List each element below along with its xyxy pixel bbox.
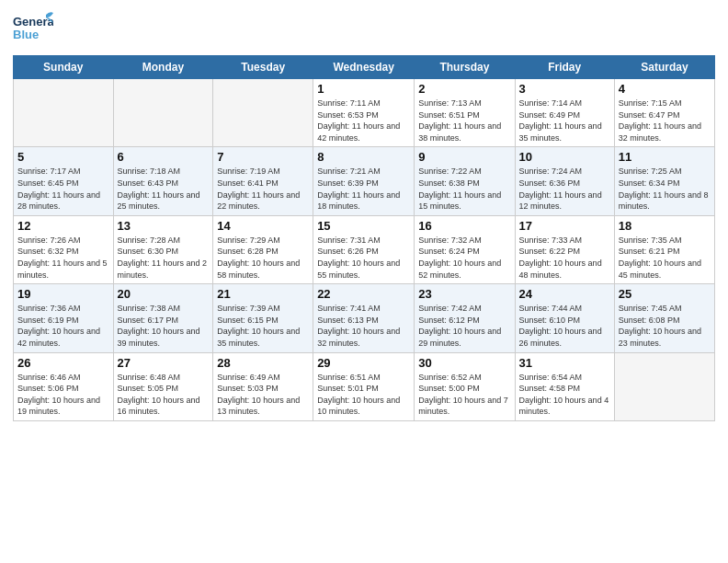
calendar-cell: 20Sunrise: 7:38 AMSunset: 6:17 PMDayligh…	[113, 284, 213, 352]
logo: General Blue	[13, 9, 53, 50]
day-number: 30	[418, 356, 510, 370]
col-header-monday: Monday	[113, 56, 213, 79]
day-info: Sunrise: 7:15 AMSunset: 6:47 PMDaylight:…	[619, 98, 711, 144]
calendar-cell	[113, 79, 213, 147]
day-number: 3	[519, 82, 610, 96]
day-info: Sunrise: 7:32 AMSunset: 6:24 PMDaylight:…	[418, 235, 510, 281]
day-info: Sunrise: 7:42 AMSunset: 6:12 PMDaylight:…	[418, 303, 510, 349]
day-info: Sunrise: 7:39 AMSunset: 6:15 PMDaylight:…	[217, 303, 309, 349]
day-number: 16	[418, 219, 510, 233]
calendar-cell	[14, 79, 114, 147]
day-info: Sunrise: 7:26 AMSunset: 6:32 PMDaylight:…	[17, 235, 109, 281]
day-info: Sunrise: 7:36 AMSunset: 6:19 PMDaylight:…	[17, 303, 109, 349]
day-info: Sunrise: 6:49 AMSunset: 5:03 PMDaylight:…	[217, 372, 309, 418]
calendar-cell	[213, 79, 313, 147]
day-number: 18	[619, 219, 711, 233]
day-number: 21	[217, 287, 309, 301]
day-number: 8	[317, 150, 410, 164]
day-number: 2	[418, 82, 510, 96]
day-info: Sunrise: 7:28 AMSunset: 6:30 PMDaylight:…	[118, 235, 210, 281]
day-number: 15	[317, 219, 410, 233]
day-info: Sunrise: 7:13 AMSunset: 6:51 PMDaylight:…	[418, 98, 510, 144]
logo-container: General Blue	[13, 9, 53, 50]
day-info: Sunrise: 7:29 AMSunset: 6:28 PMDaylight:…	[217, 235, 309, 281]
calendar-cell: 15Sunrise: 7:31 AMSunset: 6:26 PMDayligh…	[313, 215, 415, 283]
calendar-cell: 13Sunrise: 7:28 AMSunset: 6:30 PMDayligh…	[113, 215, 213, 283]
day-number: 11	[619, 150, 711, 164]
calendar-cell: 29Sunrise: 6:51 AMSunset: 5:01 PMDayligh…	[313, 352, 415, 420]
calendar-cell: 25Sunrise: 7:45 AMSunset: 6:08 PMDayligh…	[614, 284, 714, 352]
day-info: Sunrise: 6:46 AMSunset: 5:06 PMDaylight:…	[17, 372, 109, 418]
col-header-tuesday: Tuesday	[213, 56, 313, 79]
calendar-cell	[614, 352, 714, 420]
day-number: 13	[118, 219, 210, 233]
day-number: 26	[17, 356, 109, 370]
day-info: Sunrise: 7:24 AMSunset: 6:36 PMDaylight:…	[519, 166, 610, 212]
day-info: Sunrise: 7:18 AMSunset: 6:43 PMDaylight:…	[118, 166, 210, 212]
calendar-cell: 22Sunrise: 7:41 AMSunset: 6:13 PMDayligh…	[313, 284, 415, 352]
day-number: 6	[118, 150, 210, 164]
calendar-cell: 6Sunrise: 7:18 AMSunset: 6:43 PMDaylight…	[113, 147, 213, 215]
calendar-cell: 30Sunrise: 6:52 AMSunset: 5:00 PMDayligh…	[415, 352, 515, 420]
day-number: 19	[17, 287, 109, 301]
day-info: Sunrise: 6:52 AMSunset: 5:00 PMDaylight:…	[418, 372, 510, 418]
day-info: Sunrise: 7:45 AMSunset: 6:08 PMDaylight:…	[619, 303, 711, 349]
calendar-cell: 7Sunrise: 7:19 AMSunset: 6:41 PMDaylight…	[213, 147, 313, 215]
day-info: Sunrise: 7:38 AMSunset: 6:17 PMDaylight:…	[118, 303, 210, 349]
calendar-cell: 3Sunrise: 7:14 AMSunset: 6:49 PMDaylight…	[515, 79, 614, 147]
col-header-sunday: Sunday	[14, 56, 114, 79]
day-info: Sunrise: 7:31 AMSunset: 6:26 PMDaylight:…	[317, 235, 410, 281]
calendar-cell: 2Sunrise: 7:13 AMSunset: 6:51 PMDaylight…	[415, 79, 515, 147]
calendar-table: SundayMondayTuesdayWednesdayThursdayFrid…	[13, 55, 715, 421]
page: General Blue SundayMondayTuesdayWednesda…	[0, 0, 728, 563]
day-number: 4	[619, 82, 711, 96]
day-number: 5	[17, 150, 109, 164]
calendar-cell: 9Sunrise: 7:22 AMSunset: 6:38 PMDaylight…	[415, 147, 515, 215]
day-info: Sunrise: 6:48 AMSunset: 5:05 PMDaylight:…	[118, 372, 210, 418]
day-info: Sunrise: 7:21 AMSunset: 6:39 PMDaylight:…	[317, 166, 410, 212]
day-info: Sunrise: 7:14 AMSunset: 6:49 PMDaylight:…	[519, 98, 610, 144]
day-info: Sunrise: 7:17 AMSunset: 6:45 PMDaylight:…	[17, 166, 109, 212]
day-number: 7	[217, 150, 309, 164]
calendar-week-1: 1Sunrise: 7:11 AMSunset: 6:53 PMDaylight…	[14, 79, 715, 147]
calendar-cell: 18Sunrise: 7:35 AMSunset: 6:21 PMDayligh…	[614, 215, 714, 283]
day-number: 25	[619, 287, 711, 301]
calendar-week-3: 12Sunrise: 7:26 AMSunset: 6:32 PMDayligh…	[14, 215, 715, 283]
calendar-cell: 1Sunrise: 7:11 AMSunset: 6:53 PMDaylight…	[313, 79, 415, 147]
day-number: 9	[418, 150, 510, 164]
col-header-thursday: Thursday	[415, 56, 515, 79]
day-number: 28	[217, 356, 309, 370]
calendar-cell: 31Sunrise: 6:54 AMSunset: 4:58 PMDayligh…	[515, 352, 614, 420]
calendar-cell: 5Sunrise: 7:17 AMSunset: 6:45 PMDaylight…	[14, 147, 114, 215]
calendar-cell: 24Sunrise: 7:44 AMSunset: 6:10 PMDayligh…	[515, 284, 614, 352]
calendar-week-4: 19Sunrise: 7:36 AMSunset: 6:19 PMDayligh…	[14, 284, 715, 352]
day-number: 29	[317, 356, 410, 370]
day-number: 24	[519, 287, 610, 301]
day-info: Sunrise: 6:54 AMSunset: 4:58 PMDaylight:…	[519, 372, 610, 418]
day-number: 20	[118, 287, 210, 301]
col-header-saturday: Saturday	[614, 56, 714, 79]
calendar-week-5: 26Sunrise: 6:46 AMSunset: 5:06 PMDayligh…	[14, 352, 715, 420]
day-number: 27	[118, 356, 210, 370]
day-number: 22	[317, 287, 410, 301]
svg-text:Blue: Blue	[13, 28, 39, 41]
calendar-cell: 27Sunrise: 6:48 AMSunset: 5:05 PMDayligh…	[113, 352, 213, 420]
day-number: 31	[519, 356, 610, 370]
calendar-cell: 17Sunrise: 7:33 AMSunset: 6:22 PMDayligh…	[515, 215, 614, 283]
calendar-cell: 19Sunrise: 7:36 AMSunset: 6:19 PMDayligh…	[14, 284, 114, 352]
calendar-week-2: 5Sunrise: 7:17 AMSunset: 6:45 PMDaylight…	[14, 147, 715, 215]
header: General Blue	[13, 9, 715, 50]
calendar-cell: 14Sunrise: 7:29 AMSunset: 6:28 PMDayligh…	[213, 215, 313, 283]
day-info: Sunrise: 7:41 AMSunset: 6:13 PMDaylight:…	[317, 303, 410, 349]
day-number: 1	[317, 82, 410, 96]
day-number: 23	[418, 287, 510, 301]
day-info: Sunrise: 7:19 AMSunset: 6:41 PMDaylight:…	[217, 166, 309, 212]
day-number: 17	[519, 219, 610, 233]
calendar-cell: 12Sunrise: 7:26 AMSunset: 6:32 PMDayligh…	[14, 215, 114, 283]
calendar-cell: 23Sunrise: 7:42 AMSunset: 6:12 PMDayligh…	[415, 284, 515, 352]
logo-bird-icon: General Blue	[13, 9, 53, 50]
day-info: Sunrise: 6:51 AMSunset: 5:01 PMDaylight:…	[317, 372, 410, 418]
calendar-cell: 26Sunrise: 6:46 AMSunset: 5:06 PMDayligh…	[14, 352, 114, 420]
calendar-cell: 21Sunrise: 7:39 AMSunset: 6:15 PMDayligh…	[213, 284, 313, 352]
calendar-cell: 28Sunrise: 6:49 AMSunset: 5:03 PMDayligh…	[213, 352, 313, 420]
